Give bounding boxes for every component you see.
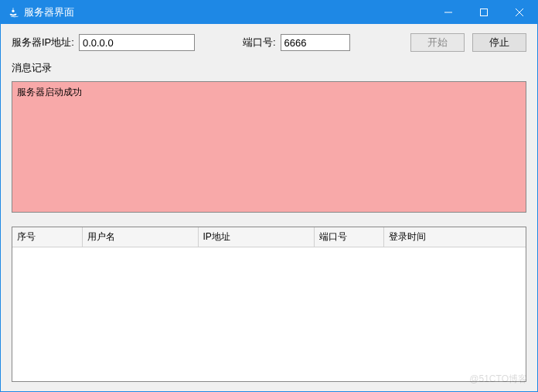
log-line: 服务器启动成功	[17, 85, 521, 99]
port-label: 端口号:	[243, 36, 276, 49]
app-window: 服务器界面 服务器IP地址: 端口号: 开始 停止 消息记录 服务器启动成功	[0, 0, 538, 392]
table-header-row: 序号 用户名 IP地址 端口号 登录时间	[12, 227, 526, 247]
close-button[interactable]	[502, 1, 537, 24]
titlebar: 服务器界面	[1, 1, 537, 24]
svg-rect-0	[481, 9, 488, 16]
table-empty-body	[12, 247, 526, 381]
minimize-button[interactable]	[431, 1, 466, 24]
config-row: 服务器IP地址: 端口号: 开始 停止	[12, 33, 526, 52]
ip-label: 服务器IP地址:	[12, 36, 74, 49]
start-button[interactable]: 开始	[410, 33, 465, 52]
content-area: 服务器IP地址: 端口号: 开始 停止 消息记录 服务器启动成功 序号 用户名 …	[1, 24, 537, 391]
ip-input[interactable]	[79, 34, 195, 51]
user-table: 序号 用户名 IP地址 端口号 登录时间	[12, 227, 526, 382]
col-index[interactable]: 序号	[12, 227, 82, 247]
maximize-button[interactable]	[466, 1, 502, 24]
log-label: 消息记录	[12, 61, 526, 75]
stop-button[interactable]: 停止	[472, 33, 526, 52]
java-icon	[7, 6, 19, 19]
log-area[interactable]: 服务器启动成功	[12, 81, 526, 213]
window-title: 服务器界面	[24, 5, 74, 19]
col-port[interactable]: 端口号	[314, 227, 383, 247]
col-logintime[interactable]: 登录时间	[383, 227, 526, 247]
col-ip[interactable]: IP地址	[198, 227, 314, 247]
col-username[interactable]: 用户名	[82, 227, 198, 247]
port-input[interactable]	[281, 34, 350, 51]
